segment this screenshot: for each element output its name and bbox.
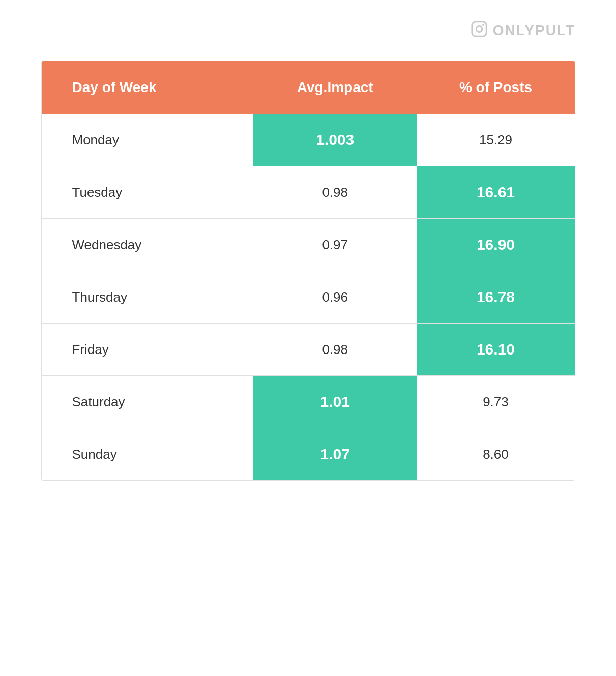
svg-point-2 [482,24,484,26]
cell-posts: 8.60 [417,428,574,481]
table-header-row: Day of Week Avg.Impact % of Posts [42,61,575,114]
cell-impact: 0.97 [253,219,417,271]
cell-posts: 9.73 [417,376,574,428]
table-row: Sunday1.078.60 [42,428,575,481]
table-row: Friday0.9816.10 [42,324,575,376]
cell-impact: 0.96 [253,271,417,324]
weekly-impact-table: Day of Week Avg.Impact % of Posts Monday… [42,61,575,480]
cell-posts: 16.78 [417,271,574,324]
cell-day: Friday [42,324,253,376]
cell-day: Sunday [42,428,253,481]
data-table-container: Day of Week Avg.Impact % of Posts Monday… [41,61,575,481]
table-row: Wednesday0.9716.90 [42,219,575,271]
instagram-icon [471,20,488,40]
brand-header: ONLYPULT [31,20,585,40]
header-impact: Avg.Impact [253,61,417,114]
table-row: Tuesday0.9816.61 [42,166,575,219]
cell-day: Monday [42,114,253,166]
svg-rect-0 [472,22,486,36]
cell-impact: 1.07 [253,428,417,481]
header-day: Day of Week [42,61,253,114]
brand-name: ONLYPULT [493,22,575,39]
svg-point-1 [476,26,482,32]
cell-posts: 15.29 [417,114,574,166]
cell-posts: 16.61 [417,166,574,219]
cell-impact: 1.01 [253,376,417,428]
table-row: Thursday0.9616.78 [42,271,575,324]
brand-logo: ONLYPULT [471,20,575,40]
table-row: Saturday1.019.73 [42,376,575,428]
cell-impact: 1.003 [253,114,417,166]
cell-posts: 16.90 [417,219,574,271]
table-row: Monday1.00315.29 [42,114,575,166]
header-posts: % of Posts [417,61,574,114]
cell-day: Wednesday [42,219,253,271]
cell-day: Tuesday [42,166,253,219]
cell-impact: 0.98 [253,166,417,219]
cell-day: Thursday [42,271,253,324]
cell-impact: 0.98 [253,324,417,376]
cell-posts: 16.10 [417,324,574,376]
cell-day: Saturday [42,376,253,428]
